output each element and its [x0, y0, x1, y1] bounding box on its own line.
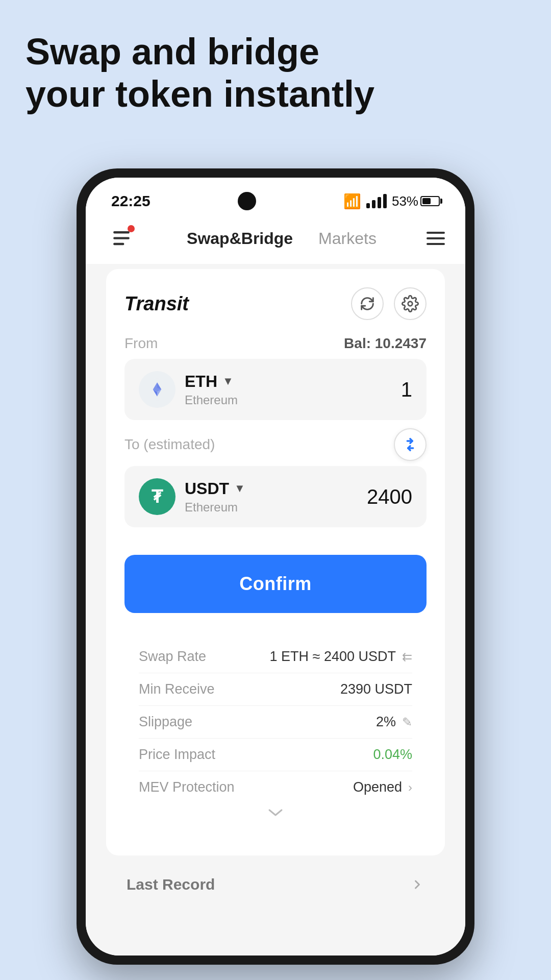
- hero-title: Swap and bridge your token instantly: [26, 31, 383, 115]
- to-token-left: ₮ USDT ▼ Ethereum: [139, 478, 245, 515]
- notification-button[interactable]: [106, 223, 137, 254]
- last-record-label: Last Record: [127, 876, 215, 893]
- eth-name-row: ETH ▼: [185, 372, 238, 391]
- mev-protection-text: Opened: [353, 779, 402, 795]
- svg-rect-0: [113, 231, 130, 233]
- to-token-dropdown-icon: ▼: [234, 482, 245, 495]
- from-token-name: ETH: [185, 372, 217, 391]
- hamburger-line-3: [427, 243, 445, 245]
- usdt-name-row: USDT ▼: [185, 479, 245, 498]
- swap-details: Swap Rate 1 ETH ≈ 2400 USDT ⇇ Min Receiv…: [124, 625, 427, 837]
- confirm-button[interactable]: Confirm: [124, 555, 427, 613]
- from-section-label: From Bal: 10.2437: [124, 335, 427, 352]
- swap-arrow-container: To (estimated): [124, 428, 427, 461]
- min-receive-value: 2390 USDT: [340, 681, 412, 697]
- swap-rate-label: Swap Rate: [139, 649, 206, 665]
- min-receive-row: Min Receive 2390 USDT: [139, 673, 412, 705]
- svg-rect-2: [113, 243, 124, 245]
- from-token-dropdown-icon: ▼: [222, 375, 234, 388]
- from-label: From: [124, 335, 158, 352]
- to-token-name: USDT: [185, 479, 229, 498]
- wifi-icon: 📶: [343, 193, 361, 210]
- notification-dot: [128, 225, 135, 232]
- mev-protection-chevron-icon: ›: [408, 780, 412, 795]
- slippage-label: Slippage: [139, 714, 192, 730]
- price-impact-label: Price Impact: [139, 747, 215, 763]
- collapse-indicator[interactable]: [139, 803, 412, 822]
- slippage-text: 2%: [376, 714, 396, 730]
- price-impact-text: 0.04%: [373, 747, 412, 763]
- main-content: Transit: [86, 264, 465, 955]
- from-token-chain: Ethereum: [185, 393, 238, 407]
- from-token-left: ETH ▼ Ethereum: [139, 371, 238, 408]
- tab-markets[interactable]: Markets: [318, 229, 377, 248]
- transit-logo: Transit: [124, 293, 189, 315]
- to-token-selector[interactable]: ₮ USDT ▼ Ethereum 2400: [124, 466, 427, 527]
- transit-actions: [351, 287, 427, 320]
- hamburger-line-1: [427, 232, 445, 234]
- usdt-token-info: USDT ▼ Ethereum: [185, 479, 245, 514]
- price-impact-value: 0.04%: [373, 747, 412, 763]
- min-receive-text: 2390 USDT: [340, 681, 412, 697]
- from-token-selector[interactable]: ETH ▼ Ethereum 1: [124, 359, 427, 420]
- swap-rate-row: Swap Rate 1 ETH ≈ 2400 USDT ⇇: [139, 641, 412, 673]
- menu-button[interactable]: [427, 232, 445, 245]
- slippage-edit-icon[interactable]: ✎: [402, 715, 412, 729]
- swap-rate-text: 1 ETH ≈ 2400 USDT: [270, 649, 396, 665]
- swap-rate-icon: ⇇: [402, 650, 412, 664]
- usdt-logo: ₮: [139, 478, 176, 515]
- settings-icon: [402, 295, 419, 312]
- camera-notch: [238, 192, 256, 210]
- slippage-row: Slippage 2% ✎: [139, 705, 412, 738]
- to-label: To (estimated): [124, 436, 215, 453]
- battery-indicator: 53%: [392, 193, 440, 209]
- last-record-bar: Last Record: [106, 866, 445, 903]
- status-time: 22:25: [111, 192, 151, 210]
- phone-screen: 22:25 📶 53%: [86, 178, 465, 955]
- hamburger-line-2: [427, 237, 445, 239]
- transit-header: Transit: [124, 287, 427, 320]
- min-receive-label: Min Receive: [139, 681, 215, 697]
- battery-icon: [420, 196, 440, 206]
- swap-arrows-icon: [402, 436, 419, 453]
- mev-protection-row: MEV Protection Opened ›: [139, 771, 412, 803]
- eth-icon: [146, 378, 168, 401]
- slippage-value: 2% ✎: [376, 714, 412, 730]
- from-balance: Bal: 10.2437: [344, 335, 427, 352]
- mev-protection-value[interactable]: Opened ›: [353, 779, 412, 795]
- signal-icon: [366, 194, 387, 208]
- swap-direction-button[interactable]: [394, 428, 427, 461]
- eth-token-info: ETH ▼ Ethereum: [185, 372, 238, 407]
- from-token-amount[interactable]: 1: [401, 378, 412, 401]
- collapse-icon: [268, 808, 283, 817]
- more-icon[interactable]: [410, 877, 424, 892]
- battery-percent: 53%: [392, 193, 418, 209]
- phone-frame: 22:25 📶 53%: [77, 168, 474, 965]
- svg-rect-1: [113, 237, 130, 239]
- price-impact-row: Price Impact 0.04%: [139, 738, 412, 771]
- swap-rate-value: 1 ETH ≈ 2400 USDT ⇇: [270, 649, 412, 665]
- tab-swap-bridge[interactable]: Swap&Bridge: [187, 229, 293, 248]
- status-icons: 📶 53%: [343, 193, 440, 210]
- transit-card: Transit: [106, 269, 445, 855]
- settings-button[interactable]: [394, 287, 427, 320]
- to-token-chain: Ethereum: [185, 500, 245, 514]
- svg-point-3: [408, 302, 413, 306]
- mev-protection-label: MEV Protection: [139, 779, 235, 795]
- phone-wrapper: 22:25 📶 53%: [77, 168, 474, 965]
- to-token-amount: 2400: [367, 485, 412, 508]
- refresh-button[interactable]: [351, 287, 384, 320]
- nav-tabs: Swap&Bridge Markets: [187, 229, 377, 248]
- eth-logo: [139, 371, 176, 408]
- nav-bar: Swap&Bridge Markets: [86, 218, 465, 264]
- status-bar: 22:25 📶 53%: [86, 178, 465, 218]
- refresh-icon: [359, 295, 376, 312]
- usdt-symbol-icon: ₮: [152, 486, 163, 507]
